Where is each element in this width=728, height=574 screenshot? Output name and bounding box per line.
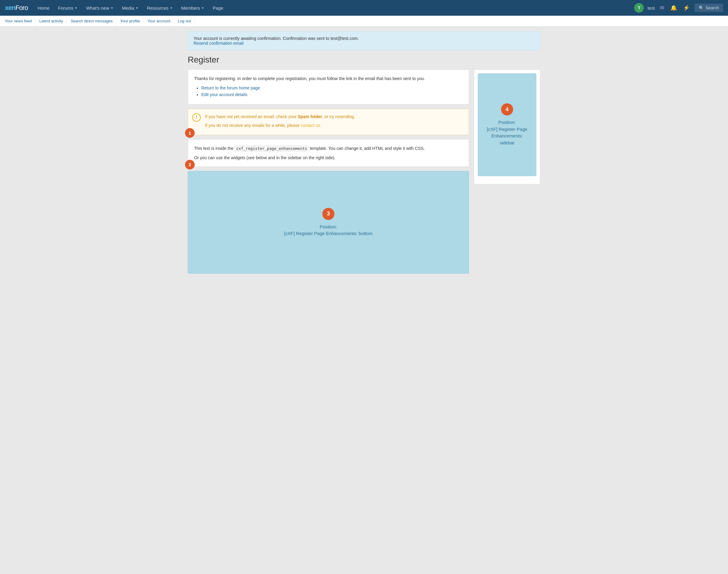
template-text-2: Or you can use the widgets (see below an… bbox=[194, 154, 463, 161]
template-code: cxf_register_page_enhancements bbox=[235, 146, 309, 151]
chevron-down-icon: ▼ bbox=[75, 6, 78, 10]
nav-members[interactable]: Members ▼ bbox=[178, 4, 208, 12]
lightning-icon[interactable]: ⚡ bbox=[682, 3, 691, 12]
warning-text-2: If you do not receive any emails for a w… bbox=[205, 122, 463, 129]
confirmation-alert: Your account is currently awaiting confi… bbox=[188, 31, 540, 50]
badge-3: 3 bbox=[322, 208, 334, 220]
list-item: Return to the forum home page bbox=[201, 85, 463, 90]
bottom-position-widget: 3 Position: [cXF] Register Page Enhancem… bbox=[188, 171, 469, 274]
main-content: Thanks for registering. In order to comp… bbox=[188, 70, 469, 278]
page-wrapper: Your account is currently awaiting confi… bbox=[183, 27, 545, 283]
nav-whats-new[interactable]: What's new ▼ bbox=[82, 4, 117, 12]
messages-icon[interactable]: ✉ bbox=[658, 3, 666, 12]
search-button[interactable]: 🔍 Search bbox=[694, 4, 723, 12]
main-nav-items: Home Forums ▼ What's new ▼ Media ▼ Resou… bbox=[34, 4, 634, 12]
edit-account-link[interactable]: Edit your account details bbox=[201, 92, 247, 97]
list-item: Edit your account details bbox=[201, 92, 463, 97]
secondary-navigation: Your news feed Latest activity Search di… bbox=[0, 16, 728, 27]
warning-panel: ! If you have not yet received an email,… bbox=[188, 109, 469, 135]
sidebar-position-label: Position: [cXF] Register Page Enhancemen… bbox=[484, 119, 530, 146]
sidebar-position-widget: 4 Position: [cXF] Register Page Enhancem… bbox=[478, 73, 536, 176]
warning-icon: ! bbox=[192, 113, 201, 122]
warning-text-1: If you have not yet received an email, c… bbox=[205, 113, 463, 120]
logo-xen: xen bbox=[5, 4, 15, 11]
badge-1: 1 bbox=[185, 128, 195, 138]
template-panel: This text is inside the cxf_register_pag… bbox=[188, 139, 469, 167]
registration-text: Thanks for registering. In order to comp… bbox=[194, 75, 463, 82]
sec-nav-logout[interactable]: Log out bbox=[174, 16, 195, 26]
avatar[interactable]: T bbox=[634, 3, 644, 13]
sec-nav-account[interactable]: Your account bbox=[144, 16, 174, 26]
resend-confirmation-link[interactable]: Resend confirmation email bbox=[193, 41, 243, 46]
alert-message: Your account is currently awaiting confi… bbox=[193, 36, 359, 41]
contact-us-link[interactable]: contact us bbox=[301, 123, 320, 128]
return-home-link[interactable]: Return to the forum home page bbox=[201, 85, 260, 90]
nav-resources[interactable]: Resources ▼ bbox=[143, 4, 177, 12]
nav-home[interactable]: Home bbox=[34, 4, 53, 12]
page-title: Register bbox=[188, 55, 540, 65]
bottom-position-label: Position: [cXF] Register Page Enhancemen… bbox=[284, 223, 373, 237]
chevron-down-icon: ▼ bbox=[136, 6, 139, 10]
registration-panel: Thanks for registering. In order to comp… bbox=[188, 70, 469, 105]
template-text-1: This text is inside the cxf_register_pag… bbox=[194, 145, 463, 152]
nav-right-section: T test ✉ 🔔 ⚡ 🔍 Search bbox=[634, 3, 723, 13]
nav-page[interactable]: Page bbox=[209, 4, 227, 12]
sidebar: 4 Position: [cXF] Register Page Enhancem… bbox=[474, 70, 540, 189]
username-display[interactable]: test bbox=[647, 5, 655, 10]
sec-nav-latest-activity[interactable]: Latest activity bbox=[36, 16, 67, 26]
top-navigation: xenForo Home Forums ▼ What's new ▼ Media… bbox=[0, 0, 728, 16]
registration-links-list: Return to the forum home page Edit your … bbox=[201, 85, 463, 97]
sec-nav-search-messages[interactable]: Search direct messages bbox=[67, 16, 117, 26]
content-layout: Thanks for registering. In order to comp… bbox=[188, 70, 540, 278]
alerts-icon[interactable]: 🔔 bbox=[669, 3, 678, 12]
badge-2: 2 bbox=[185, 160, 195, 169]
search-icon: 🔍 bbox=[699, 5, 704, 10]
sec-nav-profile[interactable]: Your profile bbox=[117, 16, 144, 26]
chevron-down-icon: ▼ bbox=[201, 6, 204, 10]
badge-4: 4 bbox=[501, 103, 513, 115]
sec-nav-news-feed[interactable]: Your news feed bbox=[5, 16, 36, 26]
chevron-down-icon: ▼ bbox=[110, 6, 113, 10]
chevron-down-icon: ▼ bbox=[170, 6, 173, 10]
logo-foro: Foro bbox=[15, 4, 28, 11]
nav-media[interactable]: Media ▼ bbox=[118, 4, 142, 12]
sidebar-position-panel: 4 Position: [cXF] Register Page Enhancem… bbox=[474, 70, 540, 184]
nav-forums[interactable]: Forums ▼ bbox=[54, 4, 81, 12]
site-logo[interactable]: xenForo bbox=[5, 4, 28, 12]
